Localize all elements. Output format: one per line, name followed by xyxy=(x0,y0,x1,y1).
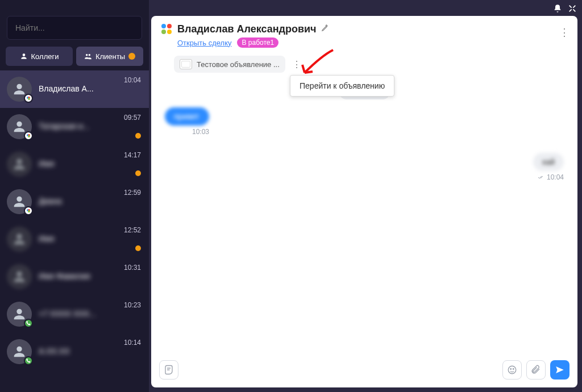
templates-icon[interactable] xyxy=(159,360,178,380)
chat-item-time: 12:59 xyxy=(124,189,141,197)
unread-indicator-icon xyxy=(135,245,141,251)
chat-list-item[interactable]: +7 XXXX XXX... 10:23 xyxy=(0,295,149,333)
message-time: 10:03 xyxy=(192,128,209,136)
bell-icon[interactable] xyxy=(552,3,563,14)
listing-thumb-icon xyxy=(180,59,192,69)
chat-item-name: Владислав А... xyxy=(39,84,142,93)
chat-list-item[interactable]: Имя Фамилия 10:31 xyxy=(0,258,149,295)
chat-item-name: А.ХХ.ХХ xyxy=(39,347,142,356)
listing-context-menu[interactable]: Перейти к объявлению xyxy=(290,75,394,97)
source-app-icon xyxy=(160,23,173,35)
contact-name: Владислав Александрович xyxy=(177,23,317,35)
unread-indicator-icon xyxy=(135,170,141,176)
svg-point-2 xyxy=(513,369,514,370)
unread-indicator-icon xyxy=(135,133,141,139)
attach-icon[interactable] xyxy=(526,360,546,380)
chat-item-time: 10:31 xyxy=(124,264,141,272)
avatar xyxy=(7,227,32,252)
message-bubble: привет xyxy=(165,107,209,126)
emoji-icon[interactable] xyxy=(502,360,522,380)
chat-panel: Владислав Александрович Открыть сделку В… xyxy=(151,16,577,387)
message-time: 10:04 xyxy=(538,173,564,181)
open-deal-link[interactable]: Открыть сделку xyxy=(177,39,231,47)
avatar xyxy=(7,302,32,327)
chat-header: Владислав Александрович Открыть сделку В… xyxy=(151,16,577,52)
source-badge-icon xyxy=(24,94,33,103)
phone-badge-icon xyxy=(24,356,33,365)
chat-item-name: Татарская и... xyxy=(39,122,142,131)
message-incoming: хай 10:04 xyxy=(533,153,564,181)
chat-list-item[interactable]: Имя 12:52 xyxy=(0,220,149,258)
listing-row: Тестовое объявление ... ⋮ Перейти к объя… xyxy=(151,52,577,78)
source-badge-icon xyxy=(24,206,33,215)
avatar xyxy=(7,114,32,139)
message-outgoing: привет 10:03 xyxy=(165,107,209,136)
chat-list-item[interactable]: А.ХХ.ХХ 10:14 xyxy=(0,333,149,370)
chat-list: Владислав А... 10:04Татарская и... 09:57… xyxy=(0,70,149,392)
chat-list-item[interactable]: Диана 12:59 xyxy=(0,183,149,220)
tab-colleagues[interactable]: Коллеги xyxy=(6,47,73,66)
status-badge: В работе1 xyxy=(237,37,278,48)
header-more-icon[interactable]: ⋮ xyxy=(559,26,569,39)
composer xyxy=(151,355,577,387)
chat-list-item[interactable]: Татарская и... 09:57 xyxy=(0,108,149,145)
search-input[interactable] xyxy=(7,16,142,40)
chat-item-name: Имя xyxy=(39,159,142,168)
listing-menu-item[interactable]: Перейти к объявлению xyxy=(300,81,385,90)
chat-item-time: 12:52 xyxy=(124,226,141,234)
messages-area: 10 апреля привет 10:03 хай 10:04 xyxy=(151,78,577,355)
tab-clients-label: Клиенты xyxy=(95,52,125,61)
expand-icon[interactable] xyxy=(567,3,577,14)
chat-item-name: +7 XXXX XXX... xyxy=(39,309,142,318)
tab-clients[interactable]: Клиенты xyxy=(76,47,143,66)
avatar xyxy=(7,189,32,214)
listing-label: Тестовое объявление ... xyxy=(197,60,280,69)
sidebar: Коллеги Клиенты Владислав А... 10:04Тата… xyxy=(0,0,149,392)
avatar xyxy=(7,264,32,289)
chat-list-item[interactable]: Владислав А... 10:04 xyxy=(0,70,149,108)
chat-item-name: Имя xyxy=(39,234,142,243)
listing-chip[interactable]: Тестовое объявление ... xyxy=(174,56,285,73)
chat-item-name: Диана xyxy=(39,197,142,206)
phone-badge-icon xyxy=(24,319,33,328)
listing-more-icon[interactable]: ⋮ xyxy=(289,57,305,72)
tab-colleagues-label: Коллеги xyxy=(31,52,59,61)
chat-item-time: 09:57 xyxy=(124,114,141,122)
avatar xyxy=(7,77,32,102)
chat-item-time: 10:04 xyxy=(124,76,141,84)
edit-icon[interactable] xyxy=(321,24,329,34)
chat-item-time: 10:23 xyxy=(124,301,141,309)
chat-item-time: 10:14 xyxy=(124,339,141,347)
source-badge-icon xyxy=(24,131,33,140)
svg-point-1 xyxy=(510,369,512,370)
chat-item-name: Имя Фамилия xyxy=(39,272,142,281)
avatar xyxy=(7,339,32,364)
svg-point-0 xyxy=(508,366,516,374)
message-bubble: хай xyxy=(533,153,564,171)
send-button[interactable] xyxy=(550,360,569,380)
chat-list-item[interactable]: Имя 14:17 xyxy=(0,145,149,183)
avatar xyxy=(7,152,32,177)
chat-item-time: 14:17 xyxy=(124,151,141,159)
unread-dot-icon xyxy=(128,53,135,60)
